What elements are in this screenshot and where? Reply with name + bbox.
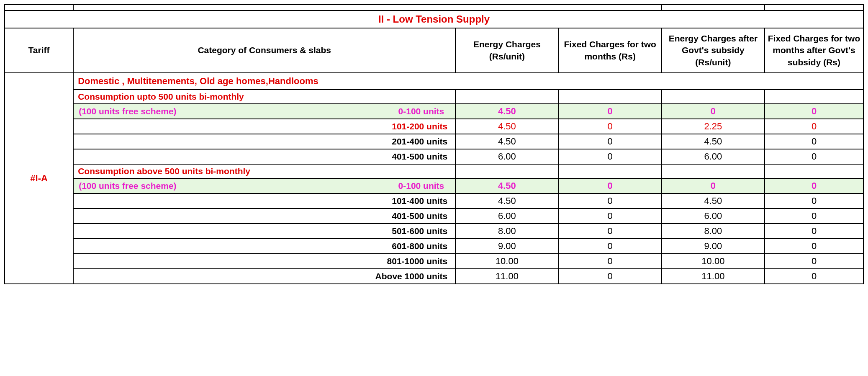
col-header-tariff: Tariff xyxy=(5,28,73,73)
slab-label: 401-500 units xyxy=(73,149,455,164)
cell-fc: 0 xyxy=(559,224,662,239)
table-row: 201-400 units 4.50 0 4.50 0 xyxy=(5,134,863,149)
table-row: 801-1000 units 10.00 0 10.00 0 xyxy=(5,254,863,269)
slab-free-scheme: (100 units free scheme) 0-100 units xyxy=(73,178,455,193)
cell-ecs: 9.00 xyxy=(662,239,765,254)
cell-ec: 4.50 xyxy=(455,134,558,149)
cell-blank xyxy=(662,164,765,178)
cell-ec: 4.50 xyxy=(455,178,558,193)
cell-ecs: 6.00 xyxy=(662,149,765,164)
free-scheme-label: (100 units free scheme) xyxy=(79,106,176,116)
col-header-fixed-charges: Fixed Charges for two months (Rs) xyxy=(559,28,662,73)
slab-label: 501-600 units xyxy=(73,224,455,239)
cell-fcs: 0 xyxy=(765,119,863,134)
cell-fc: 0 xyxy=(559,193,662,209)
cell-fcs: 0 xyxy=(765,224,863,239)
slab-free-scheme: (100 units free scheme) 0-100 units xyxy=(73,104,455,119)
slab-label: 101-200 units xyxy=(73,119,455,134)
free-scheme-range: 0-100 units xyxy=(398,106,444,116)
cell-fc: 0 xyxy=(559,239,662,254)
table-row: 501-600 units 8.00 0 8.00 0 xyxy=(5,224,863,239)
cell-ec: 8.00 xyxy=(455,224,558,239)
slab-label: 801-1000 units xyxy=(73,254,455,269)
section-title: II - Low Tension Supply xyxy=(5,10,863,28)
cell-blank xyxy=(765,164,863,178)
col-header-energy-charges: Energy Charges (Rs/unit) xyxy=(455,28,558,73)
cell-ec: 4.50 xyxy=(455,119,558,134)
cell-ec: 10.00 xyxy=(455,254,558,269)
cell-ecs: 0 xyxy=(662,178,765,193)
cell-blank xyxy=(765,90,863,104)
cell-fcs: 0 xyxy=(765,149,863,164)
cell-fcs: 0 xyxy=(765,134,863,149)
cell-ecs: 11.00 xyxy=(662,269,765,284)
cell-fcs: 0 xyxy=(765,239,863,254)
cell-ec: 9.00 xyxy=(455,239,558,254)
cell-ec: 11.00 xyxy=(455,269,558,284)
free-scheme-label: (100 units free scheme) xyxy=(79,181,176,191)
category-header: Domestic , Multitenements, Old age homes… xyxy=(73,73,863,90)
cell-ecs: 8.00 xyxy=(662,224,765,239)
cell-ecs: 10.00 xyxy=(662,254,765,269)
cell-fc: 0 xyxy=(559,178,662,193)
cell-blank xyxy=(559,90,662,104)
table-row: 101-400 units 4.50 0 4.50 0 xyxy=(5,193,863,209)
cell-ecs: 4.50 xyxy=(662,134,765,149)
free-scheme-range: 0-100 units xyxy=(398,181,444,191)
cell-fc: 0 xyxy=(559,119,662,134)
table-row: (100 units free scheme) 0-100 units 4.50… xyxy=(5,178,863,193)
slab-label: 401-500 units xyxy=(73,209,455,224)
cell-fc: 0 xyxy=(559,209,662,224)
cell-fcs: 0 xyxy=(765,254,863,269)
cell-fc: 0 xyxy=(559,254,662,269)
col-header-fixed-after-subsidy: Fixed Charges for two months after Govt'… xyxy=(765,28,863,73)
cell-fcs: 0 xyxy=(765,104,863,119)
tariff-table: II - Low Tension Supply Tariff Category … xyxy=(4,4,864,284)
col-header-category: Category of Consumers & slabs xyxy=(73,28,455,73)
cell-ecs: 0 xyxy=(662,104,765,119)
table-row: (100 units free scheme) 0-100 units 4.50… xyxy=(5,104,863,119)
cell-fcs: 0 xyxy=(765,209,863,224)
table-row: 101-200 units 4.50 0 2.25 0 xyxy=(5,119,863,134)
cell-fcs: 0 xyxy=(765,269,863,284)
slab-label: Above 1000 units xyxy=(73,269,455,284)
cell-blank xyxy=(662,90,765,104)
cell-ec: 4.50 xyxy=(455,193,558,209)
slab-label: 201-400 units xyxy=(73,134,455,149)
group2-title: Consumption above 500 units bi-monthly xyxy=(73,164,455,178)
cell-fc: 0 xyxy=(559,149,662,164)
table-row: 401-500 units 6.00 0 6.00 0 xyxy=(5,209,863,224)
tariff-code-cell: #I-A xyxy=(5,73,73,284)
cell-fc: 0 xyxy=(559,269,662,284)
table-row: 401-500 units 6.00 0 6.00 0 xyxy=(5,149,863,164)
cell-blank xyxy=(559,164,662,178)
slab-label: 601-800 units xyxy=(73,239,455,254)
group1-title: Consumption upto 500 units bi-monthly xyxy=(73,90,455,104)
slab-label: 101-400 units xyxy=(73,193,455,209)
cell-ec: 4.50 xyxy=(455,104,558,119)
cell-ec: 6.00 xyxy=(455,149,558,164)
cell-ecs: 6.00 xyxy=(662,209,765,224)
cell-blank xyxy=(455,90,558,104)
cell-fcs: 0 xyxy=(765,178,863,193)
cell-fcs: 0 xyxy=(765,193,863,209)
table-row: 601-800 units 9.00 0 9.00 0 xyxy=(5,239,863,254)
col-header-energy-after-subsidy: Energy Charges after Govt's subsidy (Rs/… xyxy=(662,28,765,73)
cell-ecs: 2.25 xyxy=(662,119,765,134)
cell-ec: 6.00 xyxy=(455,209,558,224)
cell-blank xyxy=(455,164,558,178)
cell-fc: 0 xyxy=(559,134,662,149)
cell-ecs: 4.50 xyxy=(662,193,765,209)
cell-fc: 0 xyxy=(559,104,662,119)
table-row: Above 1000 units 11.00 0 11.00 0 xyxy=(5,269,863,284)
